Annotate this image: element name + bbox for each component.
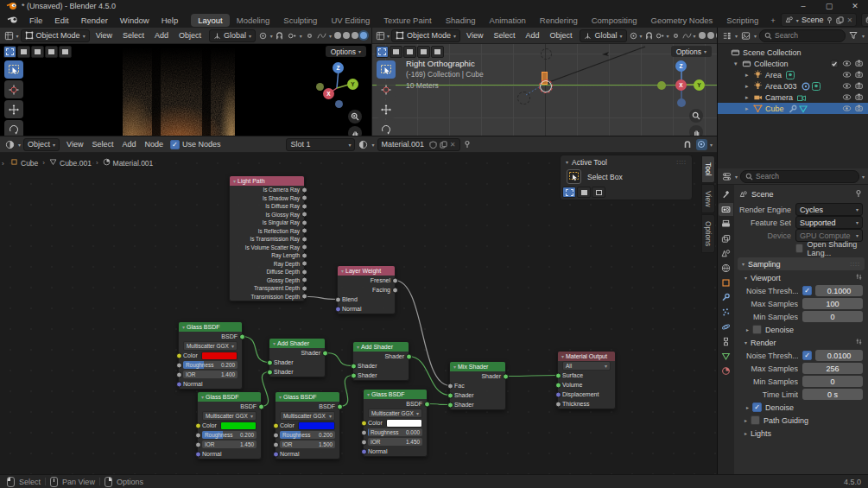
snap-target-icon[interactable] bbox=[629, 30, 638, 41]
slider-roughness[interactable]: Roughness0.200 bbox=[280, 431, 335, 439]
collapsed-panel-lights[interactable]: ▸Lights bbox=[739, 428, 863, 439]
shader-type-dropdown[interactable]: Object▾ bbox=[23, 138, 60, 151]
sidebar-tab-tool[interactable]: Tool bbox=[701, 155, 715, 183]
node-glass-white[interactable]: ▾Glass BSDFBSDFMultiscatter GGX▾ColorRou… bbox=[363, 389, 428, 457]
socket-bsdf[interactable] bbox=[337, 403, 343, 409]
socket-facing[interactable] bbox=[392, 287, 398, 293]
gizmo-minus-z-axis[interactable] bbox=[677, 98, 686, 107]
node-dropdown[interactable]: All▾ bbox=[562, 361, 611, 371]
outliner-row-area-003[interactable]: ▸Area.003 bbox=[718, 80, 868, 92]
editor-type-icon[interactable] bbox=[721, 171, 732, 182]
material-browse-icon[interactable] bbox=[358, 139, 369, 150]
socket-normal[interactable] bbox=[335, 306, 341, 312]
menu-edit[interactable]: Edit bbox=[48, 14, 74, 27]
collection-checkbox[interactable] bbox=[828, 60, 839, 68]
node-glass-blue[interactable]: ▾Glass BSDFBSDFMultiscatter GGX▾ColorRou… bbox=[275, 391, 340, 459]
properties-tab-world[interactable] bbox=[719, 262, 733, 275]
outliner-row-area[interactable]: ▸Area bbox=[718, 69, 868, 80]
viewport-3d-canvas[interactable]: Options▾ Z X Y bbox=[0, 43, 371, 136]
socket-bsdf[interactable] bbox=[424, 401, 430, 407]
shading-rendered-icon[interactable] bbox=[360, 32, 367, 39]
node-header[interactable]: ▾Add Shader bbox=[269, 339, 325, 348]
breadcrumb-item[interactable]: Cube.001 bbox=[49, 158, 92, 168]
expander-icon[interactable]: ▸ bbox=[745, 72, 753, 79]
socket-ray-depth[interactable] bbox=[301, 261, 307, 267]
workspace-tab-animation[interactable]: Animation bbox=[483, 14, 533, 27]
select-mode-subtract-button[interactable] bbox=[592, 187, 605, 198]
socket-is-diffuse-ray[interactable] bbox=[301, 203, 307, 209]
value-ior[interactable]: IOR1.500 bbox=[280, 440, 335, 448]
shading-solid-icon[interactable] bbox=[707, 32, 714, 39]
outliner-search-input[interactable]: Search bbox=[759, 29, 846, 42]
socket-shader[interactable] bbox=[267, 369, 273, 375]
properties-tab-data[interactable] bbox=[719, 350, 733, 363]
select-mode-invert-button[interactable] bbox=[45, 46, 58, 58]
cursor-tool[interactable] bbox=[4, 80, 23, 98]
socket-roughness[interactable] bbox=[361, 429, 367, 435]
hide-eye-icon[interactable] bbox=[841, 59, 852, 68]
snap-magnet-icon[interactable] bbox=[644, 30, 654, 41]
workspace-tab-shading[interactable]: Shading bbox=[439, 14, 483, 27]
socket-glossy-depth[interactable] bbox=[301, 277, 307, 283]
slider-roughness[interactable]: Roughness0.200 bbox=[202, 431, 257, 439]
collapse-icon[interactable]: ▾ bbox=[341, 268, 344, 274]
preset-icon[interactable] bbox=[855, 273, 863, 282]
zoom-button[interactable] bbox=[689, 109, 703, 123]
socket-is-volume-scatter-ray[interactable] bbox=[301, 244, 307, 250]
socket-transmission-depth[interactable] bbox=[301, 294, 307, 300]
breadcrumb-item[interactable]: Cube bbox=[10, 158, 38, 168]
breadcrumb-item[interactable]: Material.001 bbox=[103, 158, 154, 168]
collapsed-panel-denoise[interactable]: ▸✓Denoise bbox=[739, 402, 863, 413]
select-mode-intersect-button[interactable] bbox=[431, 46, 444, 58]
socket-normal[interactable] bbox=[195, 451, 201, 457]
socket-color[interactable] bbox=[195, 422, 201, 428]
viewport-options-button[interactable]: Options▾ bbox=[671, 46, 712, 57]
properties-search-input[interactable]: Search bbox=[740, 170, 859, 183]
shader-menu-add[interactable]: Add bbox=[117, 140, 140, 149]
value-field[interactable]: 100 bbox=[802, 298, 863, 309]
add-workspace-button[interactable]: + bbox=[765, 16, 781, 25]
expander-icon[interactable]: ▾ bbox=[734, 60, 742, 67]
workspace-tab-layout[interactable]: Layout bbox=[191, 14, 230, 27]
gizmo-x-axis[interactable]: X bbox=[323, 88, 334, 99]
collapse-icon[interactable]: ▾ bbox=[561, 353, 564, 359]
outliner-row-collection[interactable]: ▾Collection bbox=[718, 58, 868, 69]
material-slot-dropdown[interactable]: Slot 1▾ bbox=[286, 138, 355, 151]
properties-options-icon[interactable]: ▾ bbox=[862, 174, 865, 180]
editor-type-icon[interactable] bbox=[376, 30, 385, 41]
node-light-path[interactable]: ▾Light PathIs Camera RayIs Shadow RayIs … bbox=[229, 175, 305, 301]
socket-normal[interactable] bbox=[273, 451, 279, 457]
socket-blend[interactable] bbox=[335, 296, 341, 302]
proportional-editing-icon[interactable] bbox=[656, 30, 665, 41]
checkbox[interactable]: ✓ bbox=[752, 402, 762, 412]
snap-magnet-icon[interactable] bbox=[275, 30, 286, 41]
navigation-gizmo[interactable]: Z X Y bbox=[657, 58, 714, 115]
properties-tab-output[interactable] bbox=[719, 218, 733, 231]
socket-transparent-depth[interactable] bbox=[301, 285, 307, 291]
checkbox[interactable] bbox=[795, 244, 803, 253]
collapsed-panel-path-guiding[interactable]: ▸Path Guiding bbox=[739, 415, 863, 426]
menu-render[interactable]: Render bbox=[75, 14, 114, 27]
overlays-toggle-icon[interactable] bbox=[682, 30, 692, 41]
blender-menu-icon[interactable] bbox=[0, 16, 23, 24]
shader-menu-node[interactable]: Node bbox=[140, 140, 168, 149]
workspace-tab-texture-paint[interactable]: Texture Paint bbox=[377, 14, 438, 27]
socket-roughness[interactable] bbox=[195, 432, 201, 438]
object-mode-dropdown[interactable]: Object Mode▾ bbox=[21, 29, 90, 42]
value-field[interactable]: 0.1000 bbox=[815, 285, 863, 296]
shading-solid-icon[interactable] bbox=[343, 32, 350, 39]
node-add-shader-b[interactable]: ▾Add ShaderShaderShaderShader bbox=[352, 341, 409, 381]
expander-icon[interactable]: ▸ bbox=[745, 83, 753, 90]
collapse-icon[interactable]: ▾ bbox=[182, 324, 185, 330]
shading-material-preview-icon[interactable] bbox=[352, 32, 358, 39]
node-header[interactable]: ▾Glass BSDF bbox=[276, 392, 339, 402]
gizmo-minus-z-axis[interactable] bbox=[335, 100, 343, 108]
node-dropdown[interactable]: Multiscatter GGX▾ bbox=[202, 411, 257, 421]
properties-tab-physics[interactable] bbox=[719, 320, 733, 333]
collapse-icon[interactable]: ▾ bbox=[566, 159, 568, 165]
proportional-editing-icon[interactable] bbox=[287, 30, 298, 41]
snap-icon[interactable] bbox=[682, 139, 694, 150]
properties-tab-object[interactable] bbox=[719, 276, 733, 289]
node-dropdown[interactable]: Multiscatter GGX▾ bbox=[368, 409, 422, 418]
socket-ior[interactable] bbox=[361, 439, 367, 445]
